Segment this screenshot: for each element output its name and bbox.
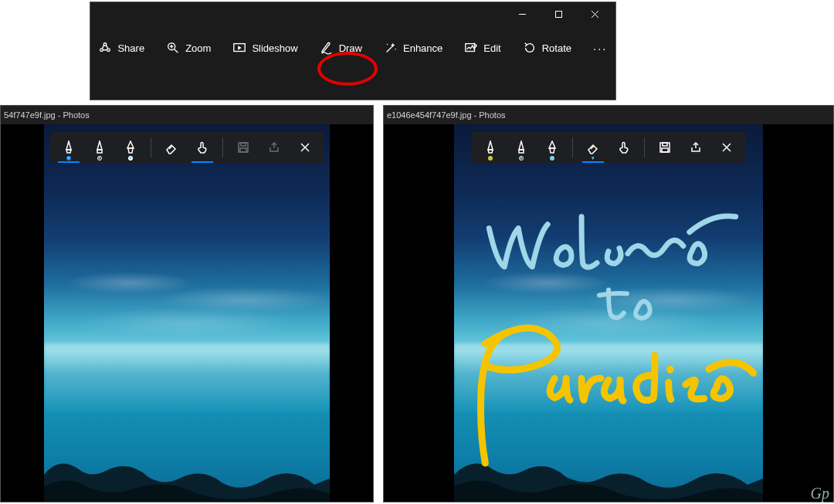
ballpoint-pen[interactable]: ▾ (55, 132, 83, 163)
rotate-icon (523, 41, 537, 55)
pencil-pen[interactable]: ▾ (507, 132, 535, 163)
close-ink-button[interactable] (291, 132, 319, 163)
close-button[interactable] (578, 2, 612, 25)
window-title-left: 54f747e9f.jpg - Photos (1, 106, 373, 124)
svg-point-5 (100, 49, 103, 52)
toolbar-enhance[interactable]: Enhance (384, 41, 442, 55)
enhance-icon (384, 41, 398, 55)
share-icon (98, 41, 112, 55)
toolbar-slideshow-label: Slideshow (252, 42, 297, 54)
svg-point-6 (107, 49, 110, 52)
more-icon: ··· (593, 42, 608, 55)
share-ink-button[interactable] (260, 132, 288, 163)
ink-toolbar-right: ▾ ▾ ▾ ▾ (472, 132, 745, 163)
touch-writing-tool[interactable] (610, 132, 638, 163)
minimize-button[interactable] (505, 2, 540, 25)
svg-point-14 (395, 49, 396, 49)
calligraphy-pen[interactable]: ▾ (117, 132, 144, 163)
svg-rect-24 (663, 143, 667, 146)
save-ink-button[interactable] (229, 132, 257, 163)
svg-rect-25 (662, 148, 668, 152)
close-ink-button[interactable] (713, 132, 741, 163)
share-ink-button[interactable] (682, 132, 710, 163)
canvas-area-left[interactable]: ▾ ▾ ▾ (1, 124, 373, 502)
window-titlebar (90, 2, 615, 25)
photos-main-window: Share Zoom Slideshow Draw Enhance (90, 2, 616, 100)
draw-icon (320, 41, 334, 55)
toolbar-draw-label: Draw (339, 42, 362, 54)
touch-writing-tool[interactable] (188, 132, 216, 163)
zoom-icon (166, 41, 180, 55)
maximize-button[interactable] (541, 2, 576, 25)
toolbar-share[interactable]: Share (98, 41, 144, 55)
photos-draw-window-left: 54f747e9f.jpg - Photos ▾ ▾ ▾ (0, 105, 374, 502)
eraser-tool[interactable]: ▾ (579, 132, 607, 163)
svg-marker-12 (239, 46, 242, 49)
toolbar-zoom-label: Zoom (185, 42, 211, 54)
pencil-pen[interactable]: ▾ (86, 132, 114, 163)
calligraphy-pen[interactable]: ▾ (538, 132, 566, 163)
annotation-highlight-circle (317, 52, 378, 86)
toolbar-slideshow[interactable]: Slideshow (232, 41, 297, 55)
photos-draw-window-right: e1046e454f747e9f.jpg - Photos (383, 105, 834, 502)
watermark: Gp (811, 485, 829, 502)
save-ink-button[interactable] (651, 132, 679, 163)
photos-toolbar: Share Zoom Slideshow Draw Enhance (90, 25, 615, 70)
slideshow-icon (232, 41, 246, 55)
toolbar-draw[interactable]: Draw (320, 41, 362, 55)
svg-point-13 (387, 44, 388, 45)
toolbar-enhance-label: Enhance (403, 42, 442, 54)
eraser-tool[interactable] (158, 132, 185, 163)
svg-rect-1 (556, 11, 562, 17)
toolbar-edit[interactable]: Edit (464, 41, 500, 55)
ink-toolbar-left: ▾ ▾ ▾ (50, 132, 324, 163)
toolbar-more[interactable]: ··· (593, 42, 608, 55)
window-title-right: e1046e454f747e9f.jpg - Photos (384, 106, 833, 124)
toolbar-rotate[interactable]: Rotate (523, 41, 571, 55)
svg-rect-19 (240, 148, 246, 152)
toolbar-edit-label: Edit (483, 42, 500, 54)
photo-right (454, 124, 763, 502)
canvas-area-right[interactable]: ▾ ▾ ▾ ▾ (384, 124, 833, 502)
photo-left (44, 124, 330, 502)
svg-line-8 (175, 49, 178, 53)
toolbar-rotate-label: Rotate (542, 42, 571, 54)
edit-icon (464, 41, 478, 55)
toolbar-share-label: Share (117, 42, 144, 54)
ballpoint-pen[interactable]: ▾ (476, 132, 504, 163)
svg-rect-18 (241, 143, 246, 146)
toolbar-zoom[interactable]: Zoom (166, 41, 211, 55)
